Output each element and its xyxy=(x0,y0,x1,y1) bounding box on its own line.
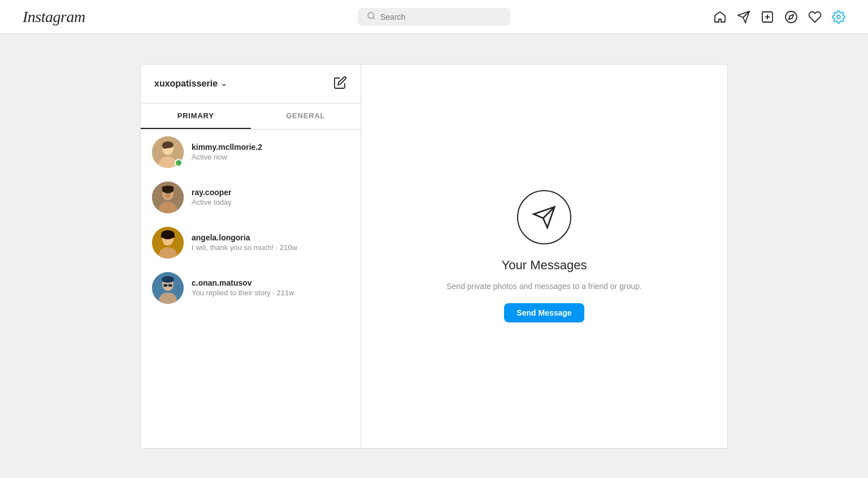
conversation-info: kimmy.mcllmorie.2 Active now xyxy=(192,143,349,161)
avatar-wrapper xyxy=(152,227,184,259)
conversation-username: angela.longoria xyxy=(192,233,349,242)
heart-icon[interactable] xyxy=(808,10,822,24)
tab-primary[interactable]: PRIMARY xyxy=(141,104,251,129)
svg-line-1 xyxy=(373,18,375,19)
svg-point-15 xyxy=(162,141,173,148)
send-message-button[interactable]: Send Message xyxy=(504,303,584,322)
conversation-status: Active now xyxy=(192,153,349,161)
send-icon[interactable] xyxy=(737,10,750,24)
conversation-username: kimmy.mcllmorie.2 xyxy=(192,143,349,152)
conversation-status: I will, thank you so much! · 210w xyxy=(192,243,349,252)
compose-icon[interactable] xyxy=(333,76,347,92)
username-dropdown[interactable]: xuxopatisserie ⌄ xyxy=(154,79,227,89)
chevron-down-icon: ⌄ xyxy=(221,80,227,88)
avatar-wrapper xyxy=(152,182,184,213)
svg-marker-8 xyxy=(789,14,793,19)
sidebar-username-text: xuxopatisserie xyxy=(154,79,218,89)
add-post-icon[interactable] xyxy=(761,10,774,24)
svg-point-29 xyxy=(162,276,174,283)
conversation-item[interactable]: c.onan.matusov You replied to their stor… xyxy=(141,265,361,311)
inbox-tabs: PRIMARY GENERAL xyxy=(141,104,361,130)
conversation-item[interactable]: angela.longoria I will, thank you so muc… xyxy=(141,220,361,265)
stories-gear-icon[interactable] xyxy=(832,10,845,24)
conversation-list: kimmy.mcllmorie.2 Active now xyxy=(141,130,361,448)
conversation-username: ray.cooper xyxy=(192,188,349,197)
avatar xyxy=(152,272,184,304)
conversation-username: c.onan.matusov xyxy=(192,278,349,287)
search-bar[interactable] xyxy=(358,8,510,26)
messages-sidebar: xuxopatisserie ⌄ PRIMARY GENERAL xyxy=(141,64,361,448)
messages-main-panel: Your Messages Send private photos and me… xyxy=(361,64,727,448)
tab-general[interactable]: GENERAL xyxy=(251,104,361,129)
instagram-logo: Instagram xyxy=(23,8,85,26)
avatar-wrapper xyxy=(152,136,184,168)
avatar-wrapper xyxy=(152,272,184,304)
home-icon[interactable] xyxy=(713,10,727,24)
svg-rect-32 xyxy=(168,284,172,287)
search-icon xyxy=(367,11,376,23)
svg-point-0 xyxy=(368,12,374,19)
paper-plane-icon xyxy=(532,205,557,230)
svg-rect-31 xyxy=(163,284,167,287)
sidebar-header: xuxopatisserie ⌄ xyxy=(141,64,361,104)
conversation-info: angela.longoria I will, thank you so muc… xyxy=(192,233,349,252)
avatar xyxy=(152,227,184,259)
conversation-info: c.onan.matusov You replied to their stor… xyxy=(192,278,349,297)
top-navigation: Instagram xyxy=(0,0,868,34)
main-content: xuxopatisserie ⌄ PRIMARY GENERAL xyxy=(0,34,868,478)
conversation-status: Active today xyxy=(192,198,349,206)
nav-icon-group xyxy=(713,10,845,24)
svg-rect-20 xyxy=(162,186,173,192)
conversation-item[interactable]: ray.cooper Active today xyxy=(141,175,361,220)
messaging-container: xuxopatisserie ⌄ PRIMARY GENERAL xyxy=(140,64,728,449)
conversation-item[interactable]: kimmy.mcllmorie.2 Active now xyxy=(141,130,361,175)
search-input[interactable] xyxy=(380,12,501,21)
svg-point-21 xyxy=(165,193,171,198)
conversation-info: ray.cooper Active today xyxy=(192,188,349,206)
messages-title: Your Messages xyxy=(502,258,587,273)
messages-subtitle: Send private photos and messages to a fr… xyxy=(446,282,642,291)
avatar xyxy=(152,182,184,213)
messages-icon-circle xyxy=(517,190,571,244)
svg-point-7 xyxy=(785,11,797,23)
svg-point-9 xyxy=(837,15,840,19)
explore-icon[interactable] xyxy=(784,10,798,24)
online-indicator xyxy=(175,159,183,167)
conversation-status: You replied to their story · 211w xyxy=(192,288,349,297)
